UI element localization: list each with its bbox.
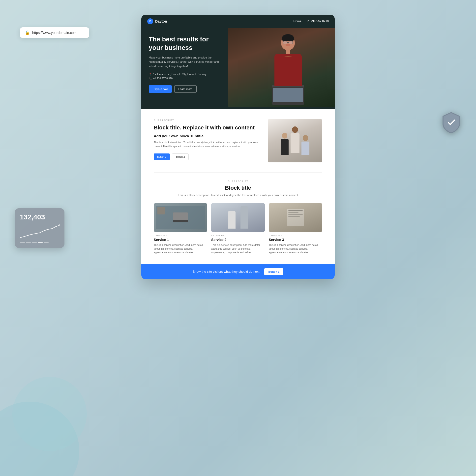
location-icon: 📍 bbox=[149, 73, 152, 76]
block1-button1[interactable]: Button 1 bbox=[154, 153, 170, 160]
explore-now-button[interactable]: Explore now bbox=[149, 85, 172, 93]
figure-3 bbox=[301, 135, 309, 155]
cta-banner: Show the site visitors what they should … bbox=[141, 264, 335, 279]
stats-dot-1 bbox=[20, 242, 25, 243]
hero-info: 📍 1st Example st., Example City, Example… bbox=[149, 73, 221, 80]
cta-button[interactable]: Button 1 bbox=[264, 268, 283, 275]
phone-icon: 📞 bbox=[149, 77, 152, 80]
hero-person-image bbox=[228, 28, 335, 107]
nav-logo: D Dayton bbox=[147, 18, 167, 24]
stats-chart bbox=[20, 224, 60, 239]
service-image-1 bbox=[154, 203, 207, 232]
service-desc-2: This is a service description. Add more … bbox=[211, 243, 265, 254]
logo-icon: D bbox=[147, 18, 153, 24]
cta-text: Show the site visitors what they should … bbox=[193, 270, 260, 273]
services-grid: Category Service 1 This is a service des… bbox=[154, 203, 322, 254]
newspaper-image bbox=[269, 203, 322, 232]
hero-background-image bbox=[228, 28, 335, 107]
service-category-3: Category bbox=[269, 234, 322, 237]
figure-1 bbox=[281, 133, 289, 155]
nav-brand: Dayton bbox=[155, 19, 167, 23]
service-image-2 bbox=[211, 203, 265, 232]
hero-section: D Dayton Home +1 234 567 8910 bbox=[141, 15, 335, 109]
stats-number: 132,403 bbox=[20, 213, 60, 221]
hero-title: The best results for your business bbox=[149, 35, 221, 52]
block-section-1: SUPERSCRIPT Block title. Replace it with… bbox=[141, 109, 335, 172]
stats-dot-4 bbox=[38, 242, 43, 243]
block-right bbox=[268, 119, 322, 162]
handshake-image bbox=[211, 203, 265, 232]
figure-2 bbox=[291, 126, 299, 153]
hero-nav: D Dayton Home +1 234 567 8910 bbox=[141, 15, 335, 28]
cards-title: Block title bbox=[154, 185, 322, 191]
superscript-1: SUPERSCRIPT bbox=[154, 119, 260, 122]
stats-dot-3 bbox=[32, 242, 37, 243]
service-image-3 bbox=[269, 203, 322, 232]
block-subtitle: Add your own block subtitle bbox=[154, 134, 260, 138]
hero-address-text: 1st Example st., Example City, Example C… bbox=[153, 73, 206, 76]
service-desc-3: This is a service description. Add more … bbox=[269, 243, 322, 254]
svg-point-0 bbox=[59, 224, 60, 226]
block-title-1: Block title. Replace it with own content bbox=[154, 124, 260, 131]
block-left: SUPERSCRIPT Block title. Replace it with… bbox=[154, 119, 260, 160]
url-text: https://www.yourdomain.com bbox=[32, 31, 77, 35]
service-card-2: Category Service 2 This is a service des… bbox=[211, 203, 265, 254]
browser-window: D Dayton Home +1 234 567 8910 bbox=[141, 15, 335, 279]
bg-shape-2 bbox=[12, 377, 87, 451]
learn-more-button[interactable]: Learn more bbox=[174, 85, 197, 93]
laptop-image bbox=[154, 203, 207, 232]
block-buttons-1: Button 1 Button 2 bbox=[154, 153, 260, 160]
stats-dots bbox=[20, 242, 60, 243]
service-title-3: Service 3 bbox=[269, 238, 322, 242]
nav-links: Home +1 234 567 8910 bbox=[294, 20, 329, 23]
content-area: SUPERSCRIPT Block title. Replace it with… bbox=[141, 109, 335, 279]
business-meeting-image bbox=[268, 119, 322, 162]
lock-icon: 🔒 bbox=[25, 30, 30, 35]
service-title-2: Service 2 bbox=[211, 238, 265, 242]
service-title-1: Service 1 bbox=[154, 238, 207, 242]
hero-phone-text: +1 234 567 8 910 bbox=[153, 77, 173, 80]
service-category-2: Category bbox=[211, 234, 265, 237]
stats-dot-2 bbox=[26, 242, 31, 243]
cards-section: SUPERSCRIPT Block title This is a block … bbox=[141, 173, 335, 264]
cards-desc: This is a block description. To edit, cl… bbox=[154, 193, 322, 197]
hero-buttons: Explore now Learn more bbox=[149, 85, 221, 93]
service-desc-1: This is a service description. Add more … bbox=[154, 243, 207, 254]
nav-phone: +1 234 567 8910 bbox=[306, 20, 329, 23]
url-bar: 🔒 https://www.yourdomain.com bbox=[20, 27, 89, 38]
shield-icon bbox=[441, 112, 461, 134]
block-desc-1: This is a block description. To edit thi… bbox=[154, 141, 260, 149]
service-card-3: Category Service 3 This is a service des… bbox=[269, 203, 322, 254]
hero-description: Make your business more profitable and p… bbox=[149, 56, 221, 69]
block-image bbox=[268, 119, 322, 162]
hero-content: The best results for your business Make … bbox=[141, 28, 228, 107]
service-category-1: Category bbox=[154, 234, 207, 237]
nav-home-link[interactable]: Home bbox=[294, 20, 301, 23]
stats-dot-5 bbox=[44, 242, 49, 243]
shield-badge bbox=[441, 112, 461, 134]
service-card-1: Category Service 1 This is a service des… bbox=[154, 203, 207, 254]
block1-button2[interactable]: Button 2 bbox=[172, 153, 188, 160]
hero-address: 📍 1st Example st., Example City, Example… bbox=[149, 73, 221, 76]
hero-phone: 📞 +1 234 567 8 910 bbox=[149, 77, 221, 80]
people-figures bbox=[281, 126, 309, 155]
cards-superscript: SUPERSCRIPT bbox=[154, 180, 322, 183]
stats-card: 132,403 bbox=[15, 208, 64, 248]
